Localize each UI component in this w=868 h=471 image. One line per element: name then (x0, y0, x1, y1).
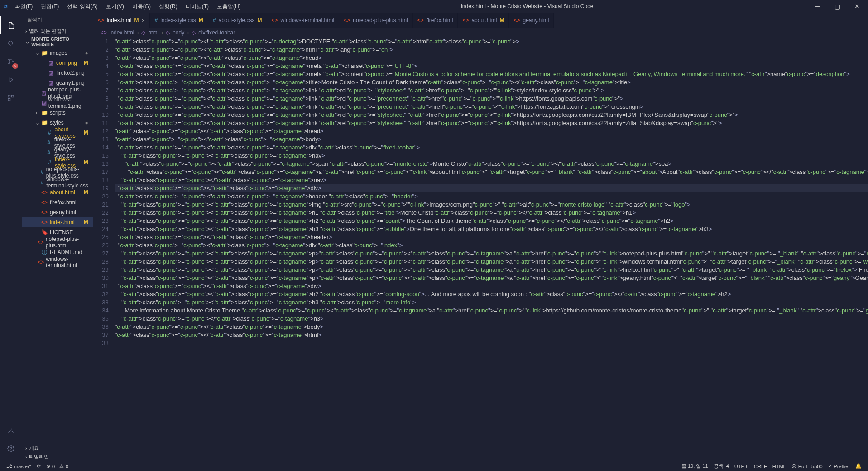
tree-item[interactable]: ▨windows-terminal1.png (22, 98, 93, 108)
editor-tab[interactable]: <>notepad-plus-plus.html (339, 13, 412, 28)
cursor-position[interactable]: 줄 19, 열 11 (679, 463, 711, 470)
menu-item[interactable]: 터미널(T) (182, 1, 212, 12)
settings-icon[interactable] (0, 439, 22, 457)
menu-item[interactable]: 보기(V) (102, 1, 128, 12)
svg-point-2 (9, 63, 10, 64)
tree-item[interactable]: ▨firefox2.png (22, 68, 93, 78)
account-icon[interactable] (0, 421, 22, 439)
status-bar: ⎇master* ⟳ ⊗0⚠0 줄 19, 열 11 공백: 4 UTF-8 C… (0, 461, 868, 471)
window-title: index.html - Monte Cristo Website - Visu… (245, 3, 810, 10)
tree-item[interactable]: <>index.htmlM (22, 217, 93, 227)
breadcrumb-item[interactable]: html (148, 29, 158, 36)
line-gutter: 1234567891011121314151617181920212223242… (93, 38, 115, 461)
sidebar-more-icon[interactable]: ⋯ (82, 16, 87, 23)
breadcrumb-item[interactable]: body (173, 29, 184, 36)
source-control-icon[interactable]: 5 (0, 53, 22, 71)
file-tree: ⌄📁images●▨com.pngM▨firefox2.png▨geany1.p… (22, 48, 93, 444)
tree-item[interactable]: <>about.htmlM (22, 187, 93, 197)
tree-item[interactable]: <>firefox.html (22, 197, 93, 207)
tab-bar: <>index.htmlM#index-style.cssM#about-sty… (93, 13, 868, 28)
editor-tab[interactable]: <>firefox.html (413, 13, 458, 28)
sidebar: 탐색기 ⋯ ›열려 있는 편집기 ⌄MONTE CRISTO WEBSITE ⌄… (22, 13, 93, 461)
maximize-button[interactable]: ▢ (830, 3, 844, 10)
broadcast-icon: ⦿ (791, 464, 796, 469)
html-icon: <> (417, 17, 424, 24)
editor-tab[interactable]: #about-style.cssM (208, 13, 267, 28)
css-icon: # (154, 17, 158, 24)
svg-rect-6 (8, 98, 10, 101)
tab-close-icon[interactable] (141, 17, 145, 24)
breadcrumb-icon: <> (101, 29, 107, 36)
css-icon: # (213, 17, 216, 24)
svg-point-8 (10, 447, 12, 449)
breadcrumb[interactable]: <>index.html›◇html›◇body›◇div.fixed-topb… (93, 28, 868, 38)
check-icon: ✓ (828, 463, 832, 469)
branch-icon: ⎇ (6, 463, 12, 469)
html-icon: <> (513, 17, 520, 24)
encoding-status[interactable]: UTF-8 (732, 464, 751, 469)
explorer-icon[interactable] (0, 16, 22, 34)
outline-header[interactable]: ›개요 (22, 444, 93, 452)
html-icon: <> (98, 17, 104, 24)
vscode-icon: ⧉ (4, 3, 8, 10)
tree-item[interactable]: #windows-terminal-style.css (22, 178, 93, 187)
editor-tab[interactable]: #index-style.cssM (150, 13, 208, 28)
svg-point-1 (9, 59, 10, 61)
menu-item[interactable]: 도움말(H) (213, 1, 245, 12)
branch-status[interactable]: ⎇master* (4, 463, 34, 469)
indent-status[interactable]: 공백: 4 (711, 463, 732, 470)
search-icon[interactable] (0, 34, 22, 53)
breadcrumb-item[interactable]: index.html (110, 29, 134, 36)
code-editor[interactable]: 1234567891011121314151617181920212223242… (93, 38, 868, 461)
editor-tab[interactable]: <>geany.html (509, 13, 554, 28)
editor-tab[interactable]: <>about.htmlM (458, 13, 509, 28)
tree-item[interactable]: ⌄📁images● (22, 48, 93, 58)
code-content[interactable]: "c-attr">class"c-punc">="c-punc"><!"c-at… (115, 38, 868, 461)
error-icon: ⊗ (46, 463, 50, 469)
tree-item[interactable]: ▨com.pngM (22, 58, 93, 68)
menu-item[interactable]: 편집(E) (37, 1, 62, 12)
svg-rect-5 (11, 95, 14, 97)
sync-status[interactable]: ⟳ (34, 463, 43, 469)
editor-tab[interactable]: <>windows-terminal.html (267, 13, 340, 28)
editor-tab[interactable]: <>index.htmlM (93, 13, 150, 28)
svg-point-3 (12, 61, 14, 62)
menu-item[interactable]: 실행(R) (155, 1, 181, 12)
editor-area: <>index.htmlM#index-style.cssM#about-sty… (93, 13, 868, 461)
tree-item[interactable]: <>windows-terminal.html (22, 257, 93, 267)
extensions-icon[interactable] (0, 89, 22, 107)
breadcrumb-icon: ◇ (192, 29, 196, 36)
minimize-button[interactable]: ─ (810, 3, 825, 10)
language-status[interactable]: HTML (770, 464, 789, 469)
menu-item[interactable]: 파일(F) (11, 1, 36, 12)
html-icon: <> (272, 17, 278, 24)
html-icon: <> (462, 17, 469, 24)
tree-item[interactable]: <>geany.html (22, 207, 93, 217)
menu-item[interactable]: 선택 영역(S) (63, 1, 101, 12)
svg-rect-4 (8, 95, 10, 97)
menu-bar: 파일(F)편집(E)선택 영역(S)보기(V)이동(G)실행(R)터미널(T)도… (11, 1, 245, 12)
warning-icon: ⚠ (59, 463, 64, 469)
open-editors-header[interactable]: ›열려 있는 편집기 (22, 27, 93, 35)
tree-item[interactable]: <>notepad-plus-plus.html (22, 237, 93, 247)
svg-point-0 (9, 41, 13, 45)
debug-icon[interactable] (0, 71, 22, 89)
breadcrumb-item[interactable]: div.fixed-topbar (198, 29, 235, 36)
timeline-header[interactable]: ›타임라인 (22, 452, 93, 461)
html-icon: <> (344, 17, 350, 24)
error-status[interactable]: ⊗0⚠0 (43, 463, 71, 469)
svg-point-7 (10, 428, 12, 430)
close-button[interactable]: ✕ (850, 3, 864, 10)
project-header[interactable]: ⌄MONTE CRISTO WEBSITE (22, 35, 93, 48)
sidebar-title: 탐색기 (27, 16, 42, 23)
bell-icon[interactable]: 🔔 (853, 463, 864, 469)
window-controls: ─ ▢ ✕ (810, 3, 864, 10)
port-status[interactable]: ⦿Port : 5500 (789, 464, 825, 469)
eol-status[interactable]: CRLF (751, 464, 770, 469)
breadcrumb-icon: ◇ (166, 29, 170, 36)
tree-item[interactable]: ›📁scripts (22, 108, 93, 118)
menu-item[interactable]: 이동(G) (129, 1, 154, 12)
prettier-status[interactable]: ✓Prettier (825, 463, 853, 469)
activity-bar: 5 (0, 13, 22, 461)
sync-icon: ⟳ (37, 463, 41, 469)
